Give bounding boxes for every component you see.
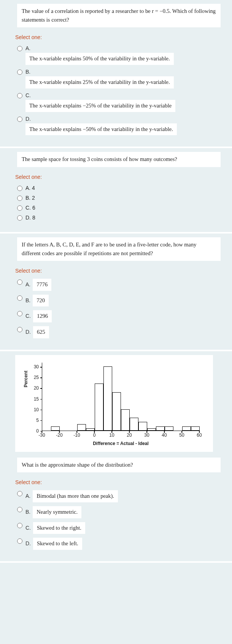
histogram-bar (165, 426, 173, 431)
option-text: 7776 (33, 279, 51, 291)
option-2a[interactable]: A. 4 (17, 183, 221, 193)
histogram-bar (121, 409, 130, 431)
select-one-label: Select one: (0, 261, 232, 277)
question-3-prompt: If the letters A, B, C, D, E, and F are … (17, 237, 221, 261)
y-tick-label: 25 (34, 375, 39, 380)
option-3d[interactable]: D. 625 (17, 324, 221, 340)
x-tick-label: 40 (162, 432, 167, 438)
radio-icon[interactable] (17, 215, 22, 221)
x-tick-label: 50 (179, 432, 184, 438)
histogram-bar (130, 418, 138, 431)
option-text: The x-variable explains 50% of the varia… (25, 53, 174, 65)
radio-icon[interactable] (17, 311, 22, 316)
x-tick-label: 0 (93, 432, 96, 438)
chart-bars (42, 363, 200, 431)
option-letter: C. (25, 525, 31, 531)
histogram-bar (86, 428, 95, 431)
option-text: Skewed to the right. (33, 522, 85, 534)
x-tick-label: -30 (38, 432, 45, 438)
radio-icon[interactable] (17, 46, 22, 51)
y-tick-label: 15 (34, 396, 39, 402)
option-text: Nearly symmetric. (33, 506, 81, 518)
histogram-bar (191, 426, 200, 431)
x-axis-label: Difference = Actual - Ideal (34, 441, 207, 446)
histogram-bar (112, 392, 121, 431)
option-4b[interactable]: B. Nearly symmetric. (17, 504, 221, 520)
option-1c[interactable]: C. The x-variable explains −25% of the v… (17, 90, 221, 114)
select-one-label: Select one: (0, 27, 232, 43)
option-4d[interactable]: D. Skewed to the left. (17, 536, 221, 552)
option-letter: A. (25, 281, 30, 287)
option-letter: B. (25, 69, 174, 75)
option-4c[interactable]: C. Skewed to the right. (17, 520, 221, 536)
question-4-options: A. Bimodal (has more than one peak). B. … (0, 488, 232, 552)
question-2-prompt-wrap: The sample space for tossing 3 coins con… (0, 152, 232, 167)
x-tick-label: 30 (144, 432, 149, 438)
option-text: The x-variable explains −50% of the vari… (25, 123, 177, 136)
option-letter: B. (25, 509, 30, 515)
option-text: A. 4 (25, 185, 35, 191)
option-text: 1296 (33, 310, 52, 322)
radio-icon[interactable] (17, 538, 22, 544)
radio-icon[interactable] (17, 205, 22, 211)
histogram-bar (77, 424, 86, 431)
option-text: 625 (33, 326, 49, 338)
histogram-bar (51, 426, 60, 431)
option-letter: C. (25, 313, 31, 319)
question-3-prompt-wrap: If the letters A, B, C, D, E, and F are … (0, 237, 232, 261)
option-text: D. 8 (25, 215, 35, 221)
option-4a[interactable]: A. Bimodal (has more than one peak). (17, 488, 221, 504)
option-2c[interactable]: C. 6 (17, 203, 221, 213)
option-3c[interactable]: C. 1296 (17, 308, 221, 324)
option-text: C. 6 (25, 205, 35, 211)
option-text: Bimodal (has more than one peak). (33, 490, 118, 502)
y-tick-label: 5 (36, 418, 39, 423)
radio-icon[interactable] (17, 507, 22, 512)
option-letter: A. (25, 45, 174, 51)
question-1: The value of a correlation is reported b… (0, 0, 232, 148)
question-2-options: A. 4 B. 2 C. 6 D. 8 (0, 183, 232, 223)
option-2d[interactable]: D. 8 (17, 213, 221, 223)
option-text: B. 2 (25, 195, 35, 201)
x-tick-label: -10 (73, 432, 80, 438)
y-tick-label: 30 (34, 364, 39, 369)
option-3a[interactable]: A. 7776 (17, 277, 221, 293)
radio-icon[interactable] (17, 69, 22, 75)
radio-icon[interactable] (17, 491, 22, 496)
radio-icon[interactable] (17, 186, 22, 191)
option-text: 720 (33, 295, 49, 307)
radio-icon[interactable] (17, 117, 22, 122)
histogram-bar (182, 426, 191, 431)
question-3: If the letters A, B, C, D, E, and F are … (0, 234, 232, 351)
histogram-bar (138, 422, 147, 431)
option-2b[interactable]: B. 2 (17, 193, 221, 203)
option-3b[interactable]: B. 720 (17, 293, 221, 309)
x-tick-label: 60 (197, 432, 202, 438)
question-1-prompt-wrap: The value of a correlation is reported b… (0, 4, 232, 27)
option-letter: D. (25, 329, 31, 335)
option-letter: C. (25, 92, 175, 98)
option-text: The x-variable explains 25% of the varia… (25, 76, 174, 88)
radio-icon[interactable] (17, 295, 22, 301)
question-2: The sample space for tossing 3 coins con… (0, 148, 232, 233)
option-1a[interactable]: A. The x-variable explains 50% of the va… (17, 43, 221, 67)
histogram-chart: Percent 051015202530 -30-20-100102030405… (15, 355, 213, 452)
histogram-bar (103, 366, 112, 431)
question-4-prompt: What is the approximate shape of the dis… (17, 458, 221, 472)
x-tick-label: 10 (109, 432, 114, 438)
option-1d[interactable]: D. The x-variable explains −50% of the v… (17, 114, 221, 137)
x-axis-ticks: -30-20-100102030405060 (42, 431, 200, 439)
question-3-options: A. 7776 B. 720 C. 1296 D. 625 (0, 277, 232, 340)
y-tick-label: 20 (34, 385, 39, 391)
radio-icon[interactable] (17, 196, 22, 201)
select-one-label: Select one: (0, 472, 232, 488)
radio-icon[interactable] (17, 279, 22, 285)
radio-icon[interactable] (17, 523, 22, 528)
radio-icon[interactable] (17, 327, 22, 332)
radio-icon[interactable] (17, 93, 22, 98)
x-tick-label: 20 (127, 432, 132, 438)
select-one-label: Select one: (0, 167, 232, 183)
option-letter: A. (25, 493, 30, 499)
option-1b[interactable]: B. The x-variable explains 25% of the va… (17, 67, 221, 90)
question-2-prompt: The sample space for tossing 3 coins con… (17, 152, 221, 167)
